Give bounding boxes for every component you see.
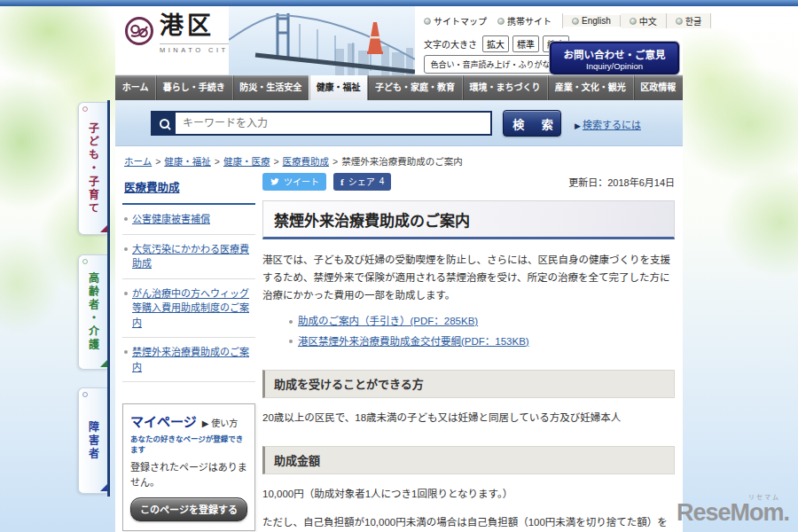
nav-city-info[interactable]: 区政情報 xyxy=(633,75,683,100)
link-english-label: English xyxy=(582,16,611,26)
breadcrumb-home[interactable]: ホーム xyxy=(124,156,152,167)
sidebar-link[interactable]: 公害健康被害補償 xyxy=(132,212,210,227)
side-tab-seniors[interactable]: 高齢者・介護 xyxy=(78,254,107,370)
bullet-icon xyxy=(630,18,637,25)
logo-text: 港区 MINATO CITY xyxy=(160,13,236,54)
breadcrumb-current: 禁煙外来治療費助成のご案内 xyxy=(341,156,463,167)
inquiry-label-en: Inquiry/Opinion xyxy=(552,61,677,71)
breadcrumb-separator: > xyxy=(215,156,220,167)
facebook-icon: f xyxy=(340,176,344,187)
section-body-eligibility: 20歳以上の区民で、18歳未満の子ども又は妊婦と同居している方及び妊婦本人 xyxy=(262,410,675,427)
sidebar-item-air-pollution-subsidy: 大気汚染にかかわる医療費助成 xyxy=(122,235,255,279)
bullet-icon xyxy=(497,18,505,25)
sidebar-link[interactable]: がん治療中の方へウィッグ等購入費用助成制度のご案内 xyxy=(132,286,255,331)
sidebar-item-wig-subsidy: がん治療中の方へウィッグ等購入費用助成制度のご案内 xyxy=(122,279,255,339)
breadcrumb-separator: > xyxy=(332,156,338,167)
pdf-link-list: 助成のご案内（手引き）(PDF：285KB) 港区禁煙外来治療費助成金交付要綱(… xyxy=(289,311,675,351)
utility-links: サイトマップ 携帯サイト English 中文 한글 xyxy=(424,13,711,28)
bullet-icon xyxy=(424,18,431,25)
search-input[interactable] xyxy=(176,113,490,134)
link-mobile-site[interactable]: 携帯サイト xyxy=(497,14,552,27)
sidebar: 医療費助成 公害健康被害補償 大気汚染にかかわる医療費助成 がん治療中の方へウィ… xyxy=(122,175,255,531)
header-bridge-photo xyxy=(229,6,415,75)
side-tab-children[interactable]: 子ども・子育て xyxy=(78,102,107,235)
bullet-icon xyxy=(676,18,683,25)
mypage-title: マイページ xyxy=(130,411,197,430)
nav-disaster[interactable]: 防災・生活安全 xyxy=(232,75,309,100)
search-help-link[interactable]: ▶検索するには xyxy=(575,117,641,131)
logo-subtitle: MINATO CITY xyxy=(160,43,236,54)
search-button[interactable]: 検 索 xyxy=(503,110,561,137)
nav-industry-culture[interactable]: 産業・文化・観光 xyxy=(547,75,632,100)
link-chinese[interactable]: 中文 xyxy=(621,13,667,28)
sidebar-menu: 公害健康被害補償 大気汚染にかかわる医療費助成 がん治療中の方へウィッグ等購入費… xyxy=(122,205,255,382)
section-body-amount-1: 10,000円（助成対象者1人につき1回限りとなります。） xyxy=(262,486,675,504)
site-logo[interactable]: 港区 MINATO CITY xyxy=(124,13,236,54)
language-switcher: English 中文 한글 xyxy=(562,13,711,28)
article: ツイート f シェア 4 更新日：2018年6月14日 禁煙外来治療費助成のご案… xyxy=(262,173,675,532)
mypage-box: マイページ ▶ 使い方 あなたの好きなページが登録できます 登録されたページはあ… xyxy=(122,403,255,531)
sidebar-item-smoking-cessation: 禁煙外来治療費助成のご案内 xyxy=(122,338,255,382)
list-item: 港区禁煙外来治療費助成金交付要綱(PDF：153KB) xyxy=(289,332,675,351)
nav-health-welfare[interactable]: 健康・福祉 xyxy=(309,75,367,100)
page: 港区 MINATO CITY xyxy=(0,0,798,532)
font-size-controls: 文字の大きさ 拡大 標準 縮小 xyxy=(424,35,569,52)
nav-home[interactable]: ホーム xyxy=(115,75,155,100)
font-size-large-button[interactable]: 拡大 xyxy=(482,35,509,52)
accessibility-button[interactable]: 色合い・音声読み上げ・ふりがな xyxy=(424,55,557,74)
facebook-share-button[interactable]: f シェア 4 xyxy=(333,173,391,191)
font-size-standard-button[interactable]: 標準 xyxy=(512,35,539,52)
link-chinese-label: 中文 xyxy=(639,14,657,27)
search-icon xyxy=(153,113,176,134)
breadcrumb-medical-subsidy[interactable]: 医療費助成 xyxy=(283,156,330,167)
content-area: ホーム>健康・福祉>健康・医療>医療費助成>禁煙外来治療費助成のご案内 医療費助… xyxy=(115,146,683,532)
resemom-watermark: リセマム ReseMom. xyxy=(677,492,789,525)
nav-living[interactable]: 暮らし・手続き xyxy=(155,75,231,100)
mypage-howto-link[interactable]: ▶ 使い方 xyxy=(202,416,238,429)
twitter-bird-icon xyxy=(270,176,280,187)
nav-environment[interactable]: 環境・まちづくり xyxy=(462,75,547,100)
tweet-label: ツイート xyxy=(284,175,319,188)
side-tab-disability[interactable]: 障害者 xyxy=(78,387,107,494)
sidebar-section-title[interactable]: 医療費助成 xyxy=(122,175,255,205)
link-english[interactable]: English xyxy=(563,15,621,27)
pdf-link-outline[interactable]: 港区禁煙外来治療費助成金交付要綱(PDF：153KB) xyxy=(298,332,529,351)
breadcrumb-separator: > xyxy=(273,156,278,167)
font-size-label: 文字の大きさ xyxy=(424,37,477,51)
register-page-button[interactable]: このページを登録する xyxy=(130,497,247,521)
watermark-ruby: リセマム xyxy=(677,492,780,501)
link-mobile-label: 携帯サイト xyxy=(507,14,552,27)
social-row: ツイート f シェア 4 更新日：2018年6月14日 xyxy=(262,173,675,191)
share-count: 4 xyxy=(379,176,385,186)
sidebar-link[interactable]: 大気汚染にかかわる医療費助成 xyxy=(132,242,255,271)
mypage-description: あなたの好きなページが登録できます xyxy=(130,433,247,454)
site-header: 港区 MINATO CITY xyxy=(115,6,683,75)
sidebar-link[interactable]: 禁煙外来治療費助成のご案内 xyxy=(132,345,255,374)
intro-paragraph: 港区では、子ども及び妊婦の受動喫煙を防止し、さらには、区民自身の健康づくりを支援… xyxy=(262,251,675,304)
search-help-label: 検索するには xyxy=(583,120,641,130)
section-body-amount-2: ただし、自己負担額が10,000円未満の場合は自己負担額（100円未満を切り捨て… xyxy=(262,514,675,532)
updated-date: 更新日：2018年6月14日 xyxy=(568,175,675,189)
search-box xyxy=(151,111,492,136)
breadcrumb-health-medical[interactable]: 健康・医療 xyxy=(223,156,270,167)
link-korean[interactable]: 한글 xyxy=(667,13,710,28)
share-label: シェア xyxy=(348,175,375,188)
inquiry-label-jp: お問い合わせ・ご意見 xyxy=(552,47,677,61)
mypage-status: 登録されたページはありません。 xyxy=(130,460,247,489)
breadcrumb-separator: > xyxy=(155,156,160,167)
inquiry-button[interactable]: お問い合わせ・ご意見 Inquiry/Opinion xyxy=(550,42,679,74)
tweet-button[interactable]: ツイート xyxy=(262,173,326,191)
sidebar-item-pollution-compensation: 公害健康被害補償 xyxy=(122,205,255,235)
nav-child-education[interactable]: 子ども・家庭・教育 xyxy=(367,75,461,100)
section-heading-amount: 助成金額 xyxy=(262,446,675,474)
pdf-link-guide[interactable]: 助成のご案内（手引き）(PDF：285KB) xyxy=(298,311,478,331)
triangle-icon: ▶ xyxy=(575,121,581,130)
utility-area: サイトマップ 携帯サイト English 中文 한글 文字の大きさ 拡大 標準 … xyxy=(417,6,683,75)
page-title: 禁煙外来治療費助成のご案内 xyxy=(262,200,675,239)
top-accent-bar xyxy=(0,0,798,6)
watermark-brand: ReseMom. xyxy=(677,499,789,526)
link-sitemap-label: サイトマップ xyxy=(434,14,487,27)
link-sitemap[interactable]: サイトマップ xyxy=(424,14,487,27)
breadcrumb-health-welfare[interactable]: 健康・福祉 xyxy=(164,156,211,167)
link-korean-label: 한글 xyxy=(685,14,701,27)
